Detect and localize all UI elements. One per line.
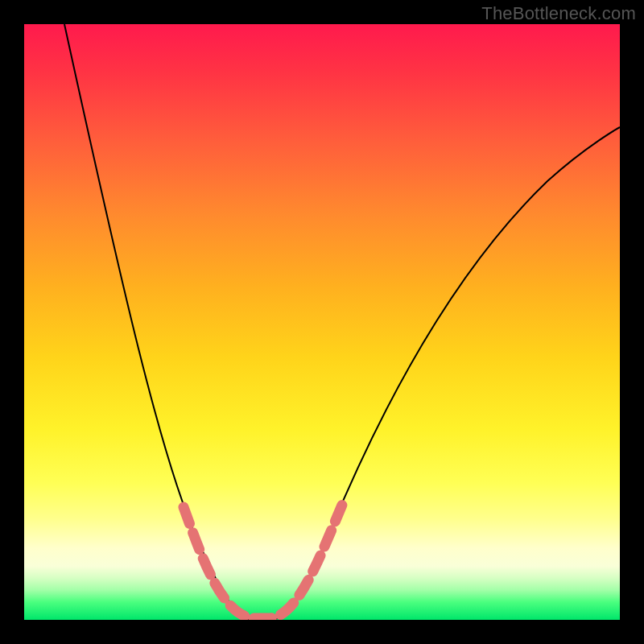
watermark-text: TheBottleneck.com [481,3,636,24]
chart-frame: TheBottleneck.com [0,0,644,644]
plot-area [24,24,620,620]
marker-band [184,499,345,618]
bottleneck-curve [64,24,620,620]
chart-svg [24,24,620,620]
